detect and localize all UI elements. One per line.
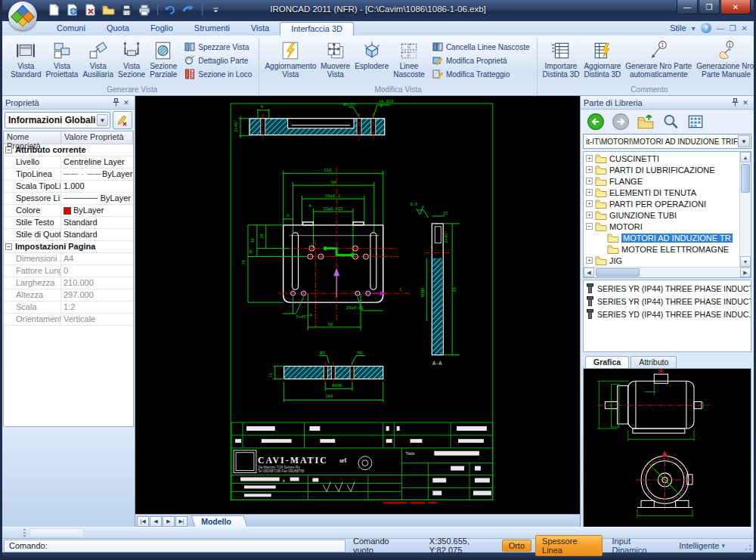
pin-icon[interactable] bbox=[110, 97, 121, 107]
standard-view-button[interactable]: VistaStandard bbox=[8, 39, 44, 85]
maximize-button[interactable]: ❐ bbox=[699, 0, 720, 14]
tab-comuni[interactable]: Comuni bbox=[46, 22, 96, 36]
back-button[interactable] bbox=[587, 113, 605, 131]
part-preview[interactable] bbox=[583, 368, 751, 528]
dettaglio-parte-button[interactable]: Dettaglio Parte bbox=[182, 54, 254, 67]
close-panel-icon[interactable]: ✕ bbox=[740, 97, 751, 107]
property-row-stile-testo[interactable]: Stile TestoStandard bbox=[4, 217, 133, 229]
auxiliary-view-button[interactable]: VistaAusiliaria bbox=[80, 39, 116, 85]
resize-grip[interactable] bbox=[743, 543, 752, 552]
collapse-icon[interactable]: − bbox=[5, 147, 12, 153]
toggle-spessore-linea[interactable]: Spessore Linea bbox=[535, 535, 603, 556]
tree-item-parti-per-operazioni[interactable]: +PARTI PER OPERAZIONI bbox=[584, 198, 739, 209]
toggle-input-dinamico[interactable]: Input Dinamico bbox=[606, 536, 670, 555]
library-path-select[interactable]: it-IT\MOTORI\MOTORI AD INDUZIONE TRIFA ▼ bbox=[583, 134, 751, 149]
restore-ribbon-icon[interactable]: ❐ bbox=[730, 24, 736, 32]
scrollbar-thumb[interactable] bbox=[596, 268, 640, 277]
command-input[interactable]: Comando: bbox=[4, 540, 345, 552]
tree-item-cuscinetti[interactable]: +CUSCINETTI bbox=[584, 153, 739, 164]
drawing-area[interactable]: 9 Ø6(8) +0.018 0 2×45° bbox=[135, 96, 580, 527]
help-icon[interactable]: ? bbox=[701, 23, 711, 33]
tree-item-giunzione-tubi[interactable]: +GIUNZIONE TUBI bbox=[584, 209, 739, 221]
tab-strumenti[interactable]: Strumenti bbox=[184, 22, 240, 36]
expand-icon[interactable]: + bbox=[586, 178, 593, 184]
explode-button[interactable]: Esplodere bbox=[352, 39, 391, 85]
expand-icon[interactable]: + bbox=[586, 189, 593, 196]
property-group-impostazioni-pagina[interactable]: −Impostazioni Pagina bbox=[4, 241, 133, 253]
property-row-fattore-lung[interactable]: Fattore Lung...0 bbox=[4, 265, 133, 277]
toggle-intelligente[interactable]: Intelligente▾ bbox=[673, 540, 731, 551]
close-panel-icon[interactable]: ✕ bbox=[121, 97, 132, 107]
update-view-button[interactable]: AggiornamentoVista bbox=[262, 39, 318, 85]
load-catalog-button[interactable] bbox=[637, 113, 655, 131]
auto-part-number-button[interactable]: 1Generare Nro Parteautomaticamente bbox=[623, 39, 694, 85]
close-ribbon-icon[interactable]: ✕ bbox=[742, 24, 748, 32]
tab-quota[interactable]: Quota bbox=[96, 22, 140, 36]
list-item[interactable]: SERIES YR (IP44) THREE PHASE INDUCT... bbox=[584, 282, 751, 295]
tree-item-jig[interactable]: +JIG bbox=[584, 255, 739, 266]
expand-icon[interactable]: + bbox=[586, 257, 593, 264]
tree-vertical-scrollbar[interactable]: ▲ ▼ bbox=[739, 152, 751, 267]
property-row-tipolinea[interactable]: TipoLinea—— · ——ByLayer bbox=[4, 169, 133, 181]
prev-sheet-button[interactable]: ◀ bbox=[150, 516, 162, 527]
tree-item-motore-elettromagne[interactable]: MOTORE ELETTROMAGNE bbox=[584, 243, 739, 255]
toggle-orto[interactable]: Orto bbox=[502, 540, 531, 552]
expand-icon[interactable]: + bbox=[586, 212, 593, 218]
drawing-canvas[interactable]: 9 Ø6(8) +0.018 0 2×45° bbox=[135, 96, 580, 514]
chevron-down-icon[interactable]: ▼ bbox=[738, 135, 750, 147]
update-bom-button[interactable]: AggiornareDistinta 3D bbox=[581, 39, 623, 85]
scroll-up-icon[interactable]: ▲ bbox=[740, 152, 751, 162]
tree-item-flange[interactable]: +FLANGE bbox=[584, 175, 739, 187]
property-row-larghezza[interactable]: Larghezza210.000 bbox=[4, 277, 133, 289]
tree-item-motori[interactable]: −MOTORI bbox=[584, 221, 739, 232]
property-group-attributo-corrente[interactable]: −Attributo corrente bbox=[4, 144, 133, 156]
view-mode-button[interactable] bbox=[686, 113, 705, 131]
tab-vista[interactable]: Vista bbox=[240, 22, 280, 36]
edit-attributes-button[interactable] bbox=[113, 111, 132, 129]
section-view-button[interactable]: VistaSezione bbox=[116, 39, 147, 85]
collapse-icon[interactable]: − bbox=[586, 223, 593, 230]
tab-grafica[interactable]: Grafica bbox=[585, 356, 629, 368]
close-button[interactable]: ✕ bbox=[720, 0, 751, 14]
tab-foglio[interactable]: Foglio bbox=[140, 22, 184, 36]
forward-button[interactable] bbox=[612, 113, 630, 131]
collapse-icon[interactable]: − bbox=[5, 243, 12, 250]
scroll-left-icon[interactable]: ◀ bbox=[584, 268, 594, 277]
list-item[interactable]: SERIES YR (IP44) THREE PHASE INDUCT... bbox=[584, 295, 751, 308]
expand-icon[interactable]: + bbox=[586, 155, 593, 162]
property-row-altezza[interactable]: Altezza297.000 bbox=[4, 289, 133, 302]
expand-icon[interactable]: + bbox=[586, 166, 593, 173]
sheet-tab-modello[interactable]: Modello bbox=[191, 515, 248, 527]
app-button[interactable] bbox=[8, 2, 37, 30]
sezione-in-loco-button[interactable]: Sezione in Loco bbox=[182, 67, 254, 81]
scroll-right-icon[interactable]: ▶ bbox=[740, 268, 751, 277]
property-row-scala[interactable]: Scala1:2 bbox=[4, 302, 133, 314]
partial-section-button[interactable]: SezioneParziale bbox=[147, 39, 179, 85]
scroll-down-icon[interactable]: ▼ bbox=[740, 256, 751, 267]
cancella-linee-nascoste-button[interactable]: Cancella Linee Nascoste bbox=[430, 40, 532, 54]
property-row-orientament[interactable]: Orientament...Verticale bbox=[4, 314, 133, 326]
minimize-button[interactable]: — bbox=[677, 0, 698, 14]
property-row-scala-tipoli[interactable]: Scala TipoLi...1.000 bbox=[4, 181, 133, 193]
pin-icon[interactable] bbox=[730, 97, 740, 107]
tree-item-motori-ad-induzione-tr[interactable]: MOTORI AD INDUZIONE TR bbox=[584, 232, 739, 243]
property-row-spessore-li[interactable]: Spessore Li...ByLayer bbox=[4, 193, 133, 205]
property-row-stile-di-quota[interactable]: Stile di QuotaStandard bbox=[4, 229, 133, 241]
list-item[interactable]: SERIES YD (IP44) THREE PHASE INDUC... bbox=[584, 308, 751, 320]
modifica-propriet-button[interactable]: Modifica Proprietà bbox=[430, 54, 532, 67]
tab-attributo[interactable]: Attributo bbox=[631, 356, 677, 368]
import-bom-button[interactable]: ImportareDistinta 3D bbox=[541, 39, 582, 85]
expand-icon[interactable]: + bbox=[586, 200, 593, 207]
first-sheet-button[interactable]: |◀ bbox=[137, 516, 149, 527]
property-row-livello[interactable]: LivelloCentreline Layer bbox=[4, 156, 133, 169]
search-button[interactable] bbox=[662, 113, 680, 131]
toolstrip-button[interactable] bbox=[29, 528, 84, 537]
style-chevron-icon[interactable]: ▾ bbox=[692, 24, 696, 32]
modifica-tratteggio-button[interactable]: Modifica Tratteggio bbox=[430, 67, 532, 81]
scrollbar-thumb[interactable] bbox=[741, 164, 750, 193]
tree-item-parti-di-lubrificazione[interactable]: +PARTI DI LUBRIFICAZIONE bbox=[584, 164, 739, 175]
next-sheet-button[interactable]: ▶ bbox=[163, 516, 175, 527]
tree-horizontal-scrollbar[interactable]: ◀ ▶ bbox=[584, 267, 751, 277]
property-row-dimensioni[interactable]: Dimensioni ...A4 bbox=[4, 253, 133, 265]
minimize-ribbon-icon[interactable]: — bbox=[717, 24, 724, 32]
